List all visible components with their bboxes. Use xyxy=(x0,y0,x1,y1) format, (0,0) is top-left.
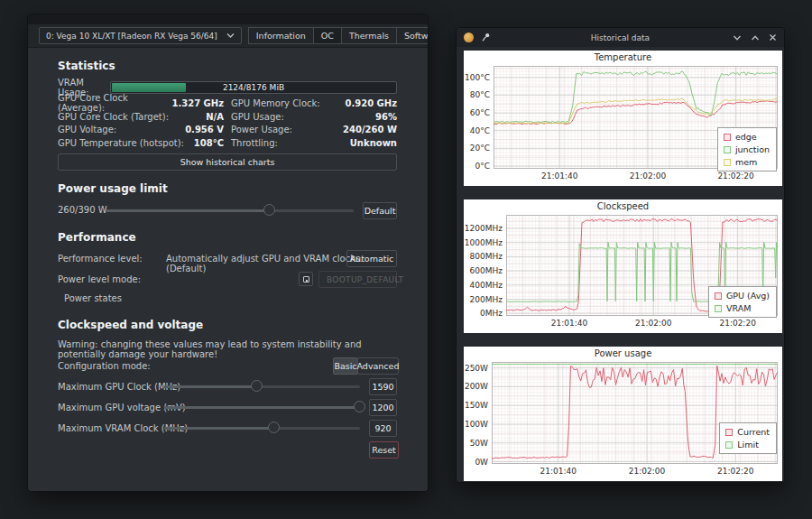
x-axis-tick-label: 21:02:20 xyxy=(711,319,765,328)
legend-label: edge xyxy=(735,132,757,142)
legend-label: Limit xyxy=(737,440,759,449)
tab-software[interactable]: Software xyxy=(396,27,429,44)
slider-handle[interactable] xyxy=(263,204,275,216)
x-axis-tick-label: 21:01:40 xyxy=(531,467,586,476)
clockspeed-chart-panel: Clockspeed0MHz200MHz400MHz600MHz800MHz10… xyxy=(464,199,782,333)
y-axis-tick-label: 0W xyxy=(464,458,488,467)
advanced-button[interactable]: Advanced xyxy=(357,357,399,375)
max-gpu-clock-row: Maximum GPU Clock (MHz) 1590 xyxy=(58,378,397,395)
pin-icon[interactable] xyxy=(481,32,491,42)
tab-bar: Information OC Thermals Software xyxy=(249,27,429,44)
power-limit-row: 260/390 W Default xyxy=(58,202,397,219)
screen-icon xyxy=(303,276,309,283)
minimize-chevron-down-icon[interactable] xyxy=(733,33,742,42)
tab-information[interactable]: Information xyxy=(248,27,314,44)
tab-label: Thermals xyxy=(349,31,389,41)
slider-handle[interactable] xyxy=(268,422,280,433)
y-axis-tick-label: 50W xyxy=(464,439,488,448)
stat-value: 240/260 W xyxy=(343,125,397,134)
x-axis-tick-label: 21:01:40 xyxy=(532,171,586,181)
y-axis-tick-label: 100W xyxy=(464,420,488,429)
stat-label: GPU Core Clock (Target): xyxy=(58,112,206,122)
chart-legend: edgejunctionmem xyxy=(717,127,777,171)
x-axis-tick-label: 21:02:20 xyxy=(709,171,763,181)
reset-button[interactable]: Reset xyxy=(369,441,399,459)
legend-swatch xyxy=(724,146,731,153)
legend-swatch xyxy=(715,305,722,312)
power-limit-slider[interactable] xyxy=(106,204,354,218)
y-axis-tick-label: 250W xyxy=(464,364,488,373)
vram-usage-text: 2124/8176 MiB xyxy=(111,82,396,93)
stats-row: GPU Core Clock (Average):1.327 GHz GPU M… xyxy=(58,97,397,108)
max-vram-clock-row: Maximum VRAM Clock (MHz) 920 xyxy=(58,420,397,437)
power-states-item[interactable]: Power states xyxy=(64,293,397,303)
performance-level-row: Performance level: Automatically adjust … xyxy=(58,250,397,267)
power-limit-value-label: 260/390 W xyxy=(58,205,107,215)
legend-swatch xyxy=(715,292,722,300)
maximize-chevron-up-icon[interactable] xyxy=(751,33,760,42)
max-gpu-clock-slider[interactable] xyxy=(164,380,360,394)
close-icon[interactable] xyxy=(769,33,777,42)
basic-button[interactable]: Basic xyxy=(333,357,358,375)
stat-value: 1.327 GHz xyxy=(171,98,224,108)
temperature-chart-panel: Temperature0°C20°C40°C60°C80°C100°C21:01… xyxy=(464,51,782,186)
performance-level-dropdown[interactable]: Automatic xyxy=(346,250,397,267)
chart-title: Temperature xyxy=(464,52,782,62)
slider-handle[interactable] xyxy=(354,401,365,412)
y-axis-tick-label: 20°C xyxy=(464,144,490,153)
max-gpu-voltage-slider[interactable] xyxy=(164,401,360,414)
vram-usage-row: VRAM Usage: 2124/8176 MiB xyxy=(58,81,397,94)
legend-entry: mem xyxy=(724,157,770,167)
historical-titlebar: Historical data xyxy=(457,28,784,47)
stat-label: GPU Voltage: xyxy=(58,125,185,134)
series-line-junction xyxy=(494,71,778,123)
max-gpu-clock-value[interactable]: 1590 xyxy=(369,378,397,395)
y-axis-tick-label: 0°C xyxy=(464,162,490,171)
apply-mode-icon-button[interactable] xyxy=(299,272,313,286)
stat-label: GPU Memory Clock: xyxy=(231,98,345,108)
x-axis-tick-label: 21:01:40 xyxy=(542,319,596,328)
slider-handle[interactable] xyxy=(251,380,263,392)
power-level-mode-label: Power level mode: xyxy=(58,274,141,284)
stat-value: 0.956 V xyxy=(185,125,224,134)
tab-label: OC xyxy=(321,31,334,41)
stat-label: GPU Temperature (hotspot): xyxy=(58,138,194,148)
y-axis-tick-label: 1200MHz xyxy=(464,224,503,233)
stats-row: GPU Voltage:0.956 V Power Usage:240/260 … xyxy=(58,124,397,134)
y-axis-tick-label: 60°C xyxy=(464,108,490,117)
x-axis-tick-label: 21:02:00 xyxy=(621,171,675,181)
x-axis-tick-label: 21:02:00 xyxy=(620,467,674,476)
default-button[interactable]: Default xyxy=(363,202,397,219)
stat-label: GPU Core Clock (Average): xyxy=(58,93,171,113)
max-gpu-voltage-row: Maximum GPU voltage (mV) 1200 xyxy=(58,399,397,416)
y-axis-tick-label: 200W xyxy=(464,382,488,391)
tab-oc[interactable]: OC xyxy=(313,27,342,44)
desktop: 0: Vega 10 XL/XT [Radeon RX Vega 56/64] … xyxy=(0,0,812,519)
y-axis-tick-label: 1000MHz xyxy=(464,238,503,247)
tab-thermals[interactable]: Thermals xyxy=(341,27,397,44)
show-historical-charts-button[interactable]: Show historical charts xyxy=(58,153,397,171)
stats-row: GPU Temperature (hotspot):108°C Throttli… xyxy=(58,137,397,148)
legend-swatch xyxy=(725,441,733,449)
legend-swatch xyxy=(724,134,731,141)
legend-swatch xyxy=(724,159,731,166)
max-vram-clock-slider[interactable] xyxy=(164,422,360,435)
y-axis-tick-label: 100°C xyxy=(464,73,490,82)
legend-entry: edge xyxy=(724,132,770,142)
chart-legend: GPU (Avg)VRAM xyxy=(708,286,777,318)
y-axis-tick-label: 400MHz xyxy=(464,281,503,290)
legend-label: mem xyxy=(735,157,757,167)
stat-value: N/A xyxy=(206,112,224,122)
slider-fill xyxy=(164,385,257,388)
gpu-selector-dropdown[interactable]: 0: Vega 10 XL/XT [Radeon RX Vega 56/64] xyxy=(39,27,242,44)
max-vram-clock-value[interactable]: 920 xyxy=(369,420,397,437)
legend-swatch xyxy=(725,429,733,436)
slider-fill xyxy=(164,427,274,430)
slider-fill xyxy=(106,209,270,212)
max-gpu-voltage-value[interactable]: 1200 xyxy=(369,399,397,416)
toolbar: 0: Vega 10 XL/XT [Radeon RX Vega 56/64] … xyxy=(28,24,428,48)
performance-level-label: Performance level: xyxy=(58,254,143,264)
legend-entry: GPU (Avg) xyxy=(715,291,770,301)
y-axis-tick-label: 200MHz xyxy=(464,295,503,304)
tab-label: Software xyxy=(404,31,429,41)
